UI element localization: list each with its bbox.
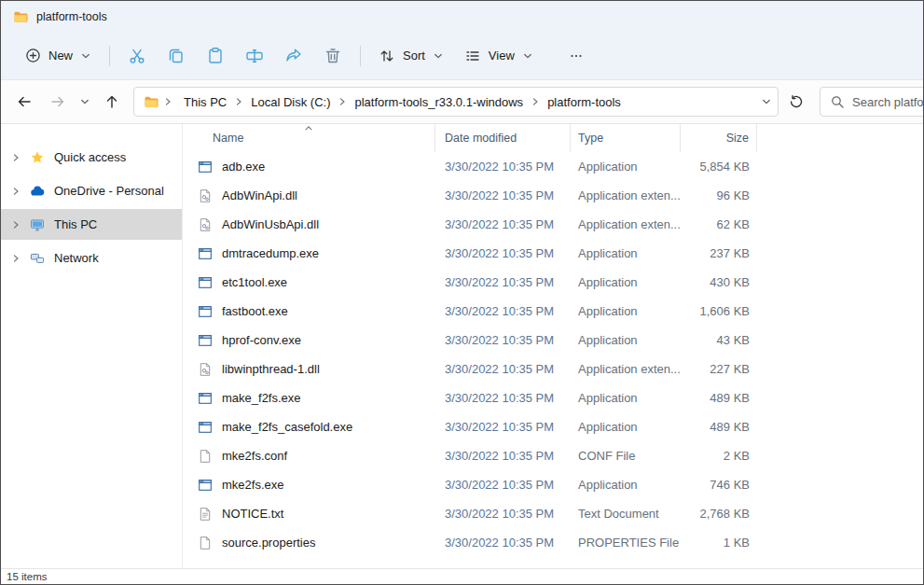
file-name: hprof-conv.exe bbox=[222, 333, 301, 347]
file-row[interactable]: mke2fs.exe 3/30/2022 10:35 PM Applicatio… bbox=[183, 470, 923, 499]
tab-title: platform-tools bbox=[36, 10, 107, 23]
app-file-icon bbox=[198, 391, 213, 406]
sidebar-item-this-pc[interactable]: This PC bbox=[1, 209, 182, 240]
up-button[interactable] bbox=[96, 87, 128, 117]
file-name: make_f2fs.exe bbox=[222, 391, 301, 405]
share-button[interactable] bbox=[275, 39, 312, 73]
file-type: Application bbox=[571, 391, 681, 405]
new-button[interactable]: New bbox=[16, 42, 101, 69]
dll-file-icon bbox=[198, 217, 213, 232]
rename-button[interactable] bbox=[236, 39, 273, 73]
app-file-icon bbox=[198, 275, 213, 290]
file-date: 3/30/2022 10:35 PM bbox=[435, 246, 571, 260]
file-date: 3/30/2022 10:35 PM bbox=[435, 275, 571, 289]
file-date: 3/30/2022 10:35 PM bbox=[435, 304, 571, 318]
file-size: 489 KB bbox=[681, 420, 757, 434]
file-size: 1,606 KB bbox=[681, 304, 757, 318]
file-row[interactable]: fastboot.exe 3/30/2022 10:35 PM Applicat… bbox=[183, 297, 923, 326]
file-row[interactable]: hprof-conv.exe 3/30/2022 10:35 PM Applic… bbox=[183, 326, 923, 355]
paste-button[interactable] bbox=[197, 39, 234, 73]
breadcrumb: This PCLocal Disk (C:)platform-tools_r33… bbox=[177, 95, 627, 109]
sidebar-item-label: OneDrive - Personal bbox=[54, 184, 164, 198]
file-name: NOTICE.txt bbox=[222, 507, 283, 521]
file-date: 3/30/2022 10:35 PM bbox=[435, 362, 571, 376]
paste-icon bbox=[206, 47, 225, 65]
file-row[interactable]: libwinpthread-1.dll 3/30/2022 10:35 PM A… bbox=[183, 355, 923, 383]
cut-button[interactable] bbox=[118, 39, 156, 73]
file-size: 227 KB bbox=[681, 362, 757, 376]
file-date: 3/30/2022 10:35 PM bbox=[435, 536, 571, 550]
trash-icon bbox=[324, 47, 342, 65]
search-box[interactable]: Search platform-tools bbox=[820, 87, 924, 117]
breadcrumb-item[interactable]: platform-tools bbox=[541, 95, 627, 109]
view-button-label: View bbox=[489, 49, 515, 63]
file-name: adb.exe bbox=[222, 160, 265, 174]
file-type: Application bbox=[571, 160, 681, 174]
file-type: Application exten... bbox=[571, 188, 681, 202]
address-dropdown-button[interactable] bbox=[761, 96, 772, 107]
recent-locations-button[interactable] bbox=[76, 87, 94, 117]
breadcrumb-item[interactable]: platform-tools_r33.0.1-windows bbox=[348, 95, 530, 109]
address-bar[interactable]: This PCLocal Disk (C:)platform-tools_r33… bbox=[133, 87, 779, 117]
chevron-right-icon[interactable] bbox=[10, 153, 21, 162]
column-header-name[interactable]: Name bbox=[183, 124, 435, 152]
scissors-icon bbox=[128, 47, 146, 65]
file-row[interactable]: AdbWinUsbApi.dll 3/30/2022 10:35 PM Appl… bbox=[183, 210, 923, 239]
see-more-button[interactable] bbox=[558, 39, 595, 73]
file-size: 5,854 KB bbox=[681, 160, 757, 174]
column-header-label: Size bbox=[726, 132, 749, 145]
file-type: PROPERTIES File bbox=[571, 536, 681, 550]
explorer-tab[interactable]: platform-tools bbox=[13, 9, 107, 24]
column-header-date-modified[interactable]: Date modified bbox=[435, 124, 571, 152]
back-button[interactable] bbox=[8, 87, 40, 117]
file-date: 3/30/2022 10:35 PM bbox=[435, 160, 571, 174]
app-file-icon bbox=[198, 420, 213, 435]
delete-button[interactable] bbox=[314, 39, 352, 73]
file-row[interactable]: etc1tool.exe 3/30/2022 10:35 PM Applicat… bbox=[183, 268, 923, 297]
file-row[interactable]: source.properties 3/30/2022 10:35 PM PRO… bbox=[183, 528, 923, 557]
sidebar-item-quick-access[interactable]: Quick access bbox=[1, 142, 182, 173]
refresh-button[interactable] bbox=[780, 87, 812, 117]
file-row[interactable]: NOTICE.txt 3/30/2022 10:35 PM Text Docum… bbox=[183, 499, 923, 528]
breadcrumb-item[interactable]: This PC bbox=[177, 95, 233, 109]
plus-circle-icon bbox=[25, 48, 41, 63]
forward-button[interactable] bbox=[42, 87, 74, 117]
column-header-label: Type bbox=[578, 132, 603, 145]
file-date: 3/30/2022 10:35 PM bbox=[435, 217, 571, 231]
plain-file-icon bbox=[198, 536, 213, 550]
copy-button[interactable] bbox=[158, 39, 195, 73]
file-date: 3/30/2022 10:35 PM bbox=[435, 507, 571, 521]
chevron-down-icon bbox=[433, 50, 444, 62]
app-file-icon bbox=[198, 304, 213, 319]
file-name: dmtracedump.exe bbox=[222, 246, 319, 260]
chevron-right-icon[interactable] bbox=[10, 187, 21, 196]
chevron-right-icon[interactable] bbox=[10, 220, 21, 230]
file-type: Application bbox=[571, 246, 681, 260]
chevron-right-icon[interactable] bbox=[337, 97, 348, 106]
file-row[interactable]: make_f2fs.exe 3/30/2022 10:35 PM Applica… bbox=[183, 383, 923, 412]
sidebar-item-onedrive[interactable]: OneDrive - Personal bbox=[1, 175, 182, 206]
sidebar-item-network[interactable]: Network bbox=[1, 243, 182, 273]
chevron-right-icon[interactable] bbox=[530, 97, 541, 106]
column-header-type[interactable]: Type bbox=[571, 124, 681, 152]
file-row[interactable]: adb.exe 3/30/2022 10:35 PM Application 5… bbox=[183, 152, 923, 181]
star-icon bbox=[30, 150, 45, 165]
column-headers: Name Date modified Type Size bbox=[183, 124, 923, 152]
breadcrumb-item[interactable]: Local Disk (C:) bbox=[244, 95, 337, 109]
file-name: source.properties bbox=[222, 536, 315, 550]
file-explorer-window: platform-tools New Sort View bbox=[0, 0, 924, 585]
file-row[interactable]: dmtracedump.exe 3/30/2022 10:35 PM Appli… bbox=[183, 239, 923, 268]
file-name: libwinpthread-1.dll bbox=[222, 362, 320, 376]
folder-icon bbox=[13, 9, 28, 24]
file-row[interactable]: AdbWinApi.dll 3/30/2022 10:35 PM Applica… bbox=[183, 181, 923, 210]
column-header-size[interactable]: Size bbox=[681, 124, 757, 152]
search-icon bbox=[831, 95, 844, 108]
sort-button[interactable]: Sort bbox=[369, 42, 453, 70]
dll-file-icon bbox=[198, 362, 213, 377]
chevron-right-icon[interactable] bbox=[233, 97, 244, 106]
chevron-right-icon[interactable] bbox=[10, 254, 21, 263]
file-row[interactable]: mke2fs.conf 3/30/2022 10:35 PM CONF File… bbox=[183, 441, 923, 470]
file-row[interactable]: make_f2fs_casefold.exe 3/30/2022 10:35 P… bbox=[183, 412, 923, 441]
new-button-label: New bbox=[48, 49, 73, 63]
view-button[interactable]: View bbox=[455, 42, 543, 70]
